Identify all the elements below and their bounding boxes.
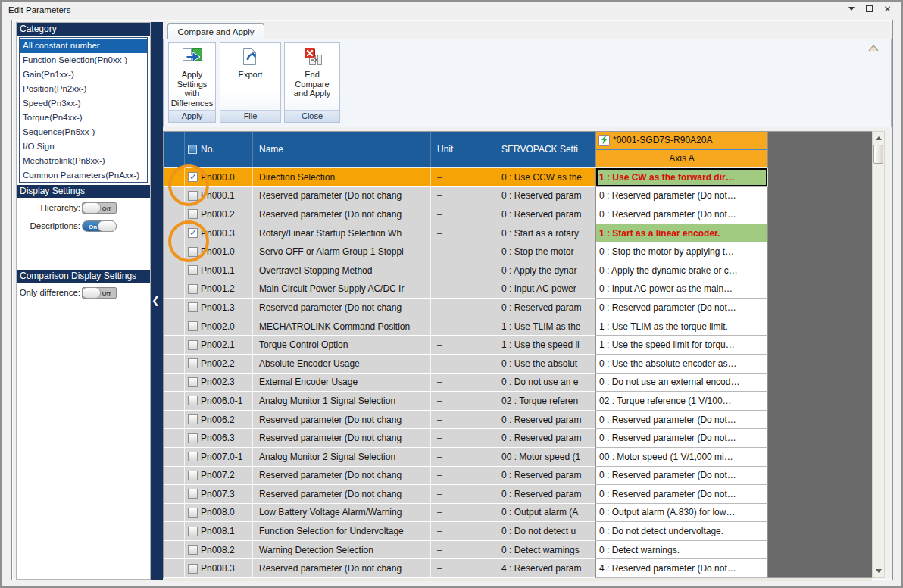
row-checkbox[interactable] [188,302,198,312]
row-checkbox[interactable] [188,527,198,536]
row-checkbox[interactable] [188,471,198,480]
table-row[interactable]: Pn008.3 Reserved parameter (Do not chang… [164,559,767,578]
scroll-down-arrow-icon[interactable] [873,565,884,577]
row-checkbox[interactable] [188,172,198,182]
category-item[interactable]: Speed(Pn3xx-) [20,96,147,111]
table-row[interactable]: Pn002.2 Absolute Encoder Usage – 0 : Use… [164,355,767,374]
axis-a-value[interactable]: 0 : Reserved parameter (Do not… [595,467,768,486]
category-item[interactable]: Common Parameters(PnAxx-) [20,168,147,183]
window-menu-caret-icon[interactable] [846,4,856,14]
ribbon-collapse-chevron-icon[interactable] [865,42,882,54]
axis-a-value[interactable]: 0 : Do not use an external encod… [595,374,768,393]
category-item[interactable]: All constant number [20,39,147,53]
row-checkbox[interactable] [188,191,198,201]
row-checkbox[interactable] [188,377,198,387]
apply-settings-with-differences-button[interactable]: Apply Settings with Differences [169,43,215,110]
table-row[interactable]: Pn000.3 Rotary/Linear Startup Selection … [164,224,767,243]
tab-compare-and-apply[interactable]: Compare and Apply [167,23,264,39]
table-row[interactable]: Pn001.2 Main Circuit Power Supply AC/DC … [164,280,767,299]
column-header-name[interactable]: Name [253,132,431,167]
axis-a-value[interactable]: 1 : Start as a linear encoder. [595,224,768,243]
row-checkbox[interactable] [188,228,198,238]
axis-a-value[interactable]: 0 : Reserved parameter (Do not… [595,429,768,448]
table-row[interactable]: Pn001.1 Overtravel Stopping Method – 0 :… [164,261,767,280]
axis-a-value[interactable]: 0 : Use the absolute encoder as… [595,355,768,374]
axis-a-value[interactable]: 0 : Apply the dynamic brake or c… [595,261,768,280]
category-item[interactable]: Function Selection(Pn0xx-) [20,53,147,67]
row-checkbox[interactable] [188,414,198,424]
row-checkbox[interactable] [188,284,198,294]
column-header-unit[interactable]: Unit [431,132,495,167]
category-item[interactable]: Position(Pn2xx-) [20,82,147,96]
axis-a-value[interactable]: 0 : Reserved parameter (Do not… [595,485,768,504]
collapse-sidebar-chevron-icon[interactable]: ❮ [152,295,160,306]
row-checkbox[interactable] [188,247,198,257]
table-row[interactable]: Pn008.0 Low Battery Voltage Alarm/Warnin… [164,504,767,523]
axis-a-value[interactable]: 0 : Input AC power as the main… [595,280,768,299]
row-checkbox[interactable] [188,508,198,518]
row-checkbox[interactable] [188,452,198,461]
axis-a-value[interactable]: 1 : Use TLIM as the torque limit. [595,317,768,336]
maximize-icon[interactable] [864,4,874,14]
table-row[interactable]: Pn006.0-1 Analog Monitor 1 Signal Select… [164,392,767,411]
table-row[interactable]: Pn002.0 MECHATROLINK Command Position – … [164,317,767,336]
close-icon[interactable]: ✕ [883,4,892,14]
axis-a-value[interactable]: 1 : Use the speed limit for torqu… [595,336,768,355]
table-row[interactable]: Pn008.2 Warning Detection Selection – 0 … [164,541,767,560]
column-header-servopack-setting[interactable]: SERVOPACK Setti [495,132,595,167]
axis-a-value[interactable]: 00 : Motor speed (1 V/1,000 mi… [595,448,768,467]
axis-a-value[interactable]: 1 : Use CW as the forward dir… [595,168,768,187]
table-row[interactable]: Pn001.3 Reserved parameter (Do not chang… [164,299,767,317]
row-checkbox[interactable] [188,209,198,219]
category-item[interactable]: Sequence(Pn5xx-) [20,125,147,139]
column-header-axis[interactable]: *0001-SGD7S-R90A20A Axis A [595,132,768,167]
row-checkbox[interactable] [188,433,198,443]
table-row[interactable]: Pn000.2 Reserved parameter (Do not chang… [164,205,767,224]
axis-a-value[interactable]: 0 : Reserved parameter (Do not… [595,411,768,430]
axis-a-value[interactable]: 0 : Detect warnings. [595,541,768,560]
axis-a-value[interactable]: 0 : Output alarm (A.830) for low… [595,504,768,523]
table-row[interactable]: Pn006.3 Reserved parameter (Do not chang… [164,429,767,448]
row-checkbox[interactable] [188,564,198,574]
row-checkbox[interactable] [188,545,198,555]
axis-a-value[interactable]: 0 : Reserved parameter (Do not… [595,299,768,317]
axis-a-value[interactable]: 0 : Reserved parameter (Do not… [595,187,768,206]
table-row[interactable]: Pn008.1 Function Selection for Undervolt… [164,522,767,541]
select-all-checkbox[interactable] [188,145,197,154]
table-row[interactable]: Pn000.0 Direction Selection – 0 : Use CC… [164,168,767,187]
vertical-scrollbar[interactable] [872,131,885,578]
category-item[interactable]: I/O Sign [20,139,147,154]
column-header-no[interactable]: No. [185,132,253,167]
export-button[interactable]: Export [220,43,280,110]
horizontal-scrollbar[interactable] [163,578,872,581]
table-row[interactable]: Pn006.2 Reserved parameter (Do not chang… [164,411,767,430]
only-difference-toggle[interactable]: Off [82,287,117,299]
hierarchy-toggle[interactable]: Off [82,202,117,214]
category-item[interactable]: Torque(Pn4xx-) [20,111,147,125]
table-row[interactable]: Pn007.3 Reserved parameter (Do not chang… [164,485,767,504]
axis-a-value[interactable]: 4 : Reserved parameter (Do not… [595,559,768,578]
axis-a-value[interactable]: 0 : Reserved parameter (Do not… [595,205,768,224]
row-checkbox[interactable] [188,489,198,499]
end-compare-and-apply-button[interactable]: End Compare and Apply [285,43,339,110]
table-row[interactable]: Pn002.1 Torque Control Option – 1 : Use … [164,336,767,355]
scrollbar-thumb[interactable] [873,145,883,164]
table-row[interactable]: Pn001.0 Servo OFF or Alarm Group 1 Stopp… [164,242,767,261]
row-checkbox[interactable] [188,340,198,350]
toggle-knob [82,202,101,214]
axis-a-value[interactable]: 0 : Stop the motor by applying t… [595,242,768,261]
row-checkbox[interactable] [188,358,198,368]
table-row[interactable]: Pn007.2 Reserved parameter (Do not chang… [164,467,767,486]
table-row[interactable]: Pn002.3 External Encoder Usage – 0 : Do … [164,374,767,393]
axis-a-value[interactable]: 0 : Do not detect undervoltage. [595,522,768,541]
category-item[interactable]: Gain(Pn1xx-) [20,67,147,82]
row-checkbox[interactable] [188,321,198,331]
category-item[interactable]: Mechatrolink(Pn8xx-) [20,154,147,168]
row-checkbox[interactable] [188,396,198,405]
table-row[interactable]: Pn000.1 Reserved parameter (Do not chang… [164,187,767,206]
table-row[interactable]: Pn007.0-1 Analog Monitor 2 Signal Select… [164,448,767,467]
descriptions-toggle[interactable]: On [82,220,117,232]
row-checkbox[interactable] [188,265,198,275]
scroll-up-arrow-icon[interactable] [873,133,884,144]
axis-a-value[interactable]: 02 : Torque reference (1 V/100… [595,392,768,411]
